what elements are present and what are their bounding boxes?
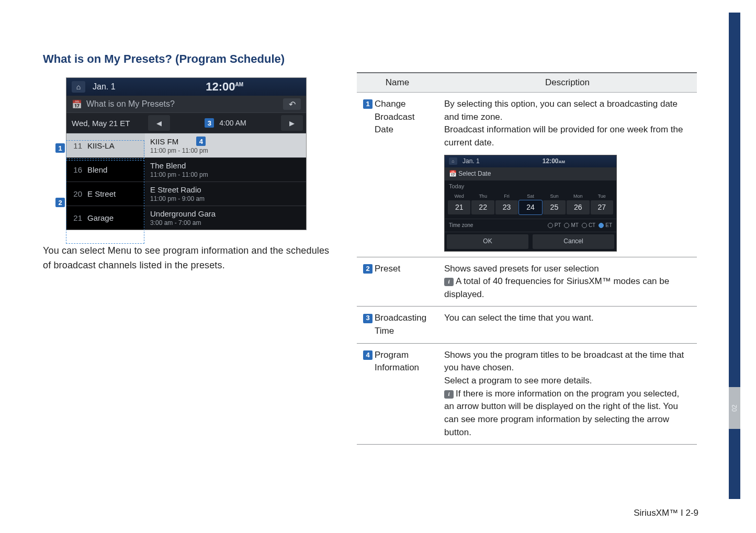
page-footer: SiriusXM™ I 2-9 [634, 508, 698, 518]
preset-program-list: 11KIIS-LA KIIS FM 411:00 pm - 11:00 pm 1… [66, 133, 306, 230]
description-table: Name Description 1Change Broadcast Date … [357, 72, 697, 445]
date-picker-days: Wed21 Thu22 Fri23 Sat24 Sun25 Mon26 Tue2… [445, 191, 616, 216]
tz-option[interactable]: PT [548, 222, 561, 230]
table-row: 1Change Broadcast Date By selecting this… [357, 93, 697, 257]
tz-option[interactable]: MT [564, 222, 578, 230]
section-title: What is on My Presets? (Program Schedule… [43, 52, 713, 66]
callout-2: 2 [55, 198, 65, 207]
device-date-time-row: Wed, May 21 ET ◀ 3 4:00 AM ▶ [66, 112, 306, 133]
time-prev-button[interactable]: ◀ [148, 115, 170, 131]
callout-3-inline: 3 [205, 118, 214, 128]
table-row: 2Preset Shows saved presets for user sel… [357, 257, 697, 307]
tz-option[interactable]: CT [582, 222, 595, 230]
home-icon[interactable]: ⌂ [72, 81, 85, 93]
device-clock: 12:00AM [206, 80, 243, 94]
time-next-button[interactable]: ▶ [281, 115, 303, 131]
list-item[interactable]: 21Garage Underground Gara3:00 am - 7:00 … [66, 206, 306, 230]
broadcast-time-cell[interactable]: 3 4:00 AM [173, 118, 278, 128]
figure-caption: You can select Menu to see program infor… [43, 244, 336, 273]
ok-button[interactable]: OK [447, 234, 528, 248]
row-badge: 1 [363, 99, 373, 109]
device-statusbar: ⌂ Jan. 1 12:00AM [66, 78, 306, 96]
info-icon: i [444, 390, 454, 399]
page-content: What is on My Presets? (Program Schedule… [43, 52, 713, 445]
calendar-icon: 📅 [449, 170, 457, 177]
table-row: 3BroadcastingTime You can select the tim… [357, 307, 697, 343]
home-icon: ⌂ [449, 157, 457, 165]
back-icon[interactable]: ↶ [283, 98, 301, 110]
row-badge: 4 [363, 350, 373, 360]
device-titlebar: 📅 What is on My Presets? ↶ [66, 96, 306, 112]
left-column: ⌂ Jan. 1 12:00AM 📅 What is on My Presets… [43, 77, 336, 273]
cancel-button[interactable]: Cancel [533, 234, 614, 248]
list-item[interactable]: 20E Street E Street Radio11:00 pm - 9:00… [66, 182, 306, 206]
table-row: 4ProgramInformation Shows you the progra… [357, 343, 697, 444]
list-item[interactable]: 16Blend The Blend11:00 pm - 11:00 pm [66, 157, 306, 182]
side-strip-chapter-tab: 02 [729, 387, 740, 429]
select-date-screenshot: ⌂ Jan. 1 12:00AM 📅 Select Date Today Wed… [444, 155, 617, 252]
screen-title: What is on My Presets? [86, 99, 175, 109]
callout-4-inline: 4 [196, 137, 206, 146]
right-column: Name Description 1Change Broadcast Date … [357, 72, 697, 445]
tz-option[interactable]: ET [599, 222, 612, 230]
th-name: Name [357, 73, 438, 93]
th-description: Description [438, 73, 697, 93]
row-badge: 2 [363, 264, 373, 274]
device-screenshot: ⌂ Jan. 1 12:00AM 📅 What is on My Presets… [66, 77, 307, 230]
list-item[interactable]: 11KIIS-LA KIIS FM 411:00 pm - 11:00 pm [66, 133, 306, 157]
info-icon: i [444, 278, 454, 286]
device-date: Jan. 1 [93, 82, 116, 92]
calendar-icon: 📅 [72, 99, 82, 109]
callout-1: 1 [55, 143, 65, 153]
broadcast-date-cell[interactable]: Wed, May 21 ET [66, 115, 145, 132]
row-badge: 3 [363, 314, 373, 323]
